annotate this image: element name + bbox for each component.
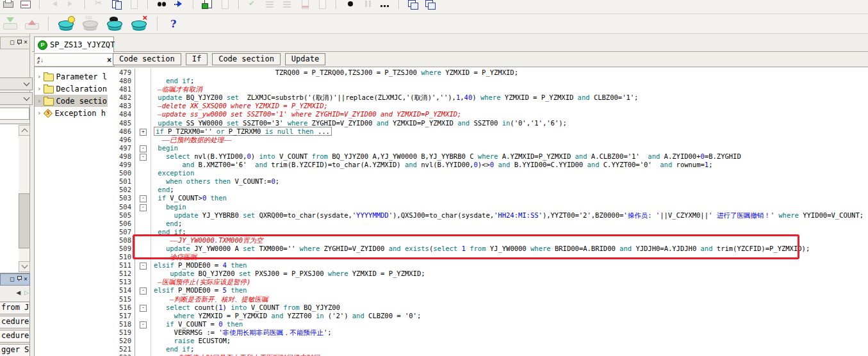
goto-icon[interactable] — [174, 0, 185, 10]
code-text[interactable]: begin — [151, 203, 186, 211]
breadcrumb-update[interactable]: Update — [285, 53, 325, 65]
code-text[interactable]: raise ECUSTOM; — [151, 337, 231, 345]
tab-sp-zs13-yjyzqt[interactable]: P SP_ZS13_YJYZQT — [34, 36, 114, 53]
chevron-right-icon[interactable]: › — [38, 97, 41, 104]
code-text[interactable]: update SS_YW0000 set SSZT00='3' where ZY… — [151, 119, 567, 127]
keyboard-icon[interactable] — [20, 0, 31, 10]
code-text[interactable]: when others then V_COUNT:=0; — [151, 177, 279, 186]
code-text[interactable]: —判断是否新开、核对、提敏医嘱 — [151, 295, 268, 303]
window-list-item-3[interactable]: cedure S — [0, 330, 30, 343]
chevron-right-icon[interactable]: › — [38, 73, 41, 80]
close-structure-icon[interactable]: × — [107, 56, 111, 64]
code-text[interactable]: 诊疗医嘱 — [151, 253, 197, 261]
code-text[interactable]: ——JY_YW0000.TXM000置为空 — [151, 236, 263, 245]
code-text[interactable]: ——已预约数据的处理—— — [151, 136, 232, 144]
code-text[interactable]: if V_COUNT = 0 then — [151, 320, 243, 328]
code-text[interactable]: —临嘱才有取消 — [151, 85, 202, 93]
pin-icon[interactable] — [17, 276, 21, 282]
window-list-item-4[interactable]: gger SD_ — [0, 344, 30, 356]
fold-column — [135, 93, 151, 102]
chevron-right-icon[interactable]: › — [38, 85, 41, 92]
help-icon[interactable]: ? — [170, 18, 176, 30]
pin-icon[interactable] — [17, 40, 21, 45]
stop-icon[interactable] — [131, 17, 149, 31]
breadcrumb-code-section[interactable]: Code section — [212, 53, 281, 65]
code-text[interactable]: select nvl(B.YYID00,0) into V_COUNT from… — [151, 152, 741, 161]
breadcrumb-if[interactable]: If — [186, 53, 208, 65]
print-icon[interactable] — [3, 0, 14, 10]
tree-item-parameter-l[interactable]: ›Parameter l — [35, 70, 108, 83]
fold-marker-icon[interactable]: - — [140, 287, 147, 295]
commit-icon — [3, 17, 18, 30]
code-text[interactable]: if P_TZRXM0='' or P_TZRXM0 is null then … — [151, 127, 332, 136]
code-text[interactable]: if V_COUNT>0 then — [151, 194, 227, 202]
new-window-icon[interactable] — [202, 0, 213, 10]
maximize-icon[interactable]: □ — [10, 276, 14, 282]
fold-marker-icon[interactable]: - — [140, 305, 147, 312]
window-list-item-1[interactable]: from JY — [0, 302, 30, 314]
window-new-icon[interactable] — [407, 0, 419, 10]
close-icon[interactable]: × — [24, 276, 28, 282]
dock-combo-1[interactable] — [0, 77, 33, 90]
pause-icon — [362, 0, 373, 10]
code-text[interactable]: elsif P_MODE00 = 4 then — [151, 261, 247, 270]
code-text[interactable]: —判断停止时间是否大于和大于医嘱时间提交时间 — [151, 353, 319, 356]
record-icon[interactable] — [345, 0, 356, 10]
breadcrumb-code-section[interactable]: Code section — [113, 53, 181, 65]
code-text[interactable]: —医嘱预停止(实际应该是暂停) — [151, 278, 250, 286]
code-text[interactable]: VERRMSG := '非使用长期非药医嘱，不能预停止'; — [151, 328, 332, 337]
code-text[interactable]: end if; — [151, 345, 194, 353]
find-icon[interactable] — [156, 0, 168, 10]
code-text[interactable]: end if; — [151, 77, 194, 85]
code-text[interactable]: where YZMXID = P_YZMXID and YZZT00 in ('… — [151, 312, 421, 320]
code-text[interactable]: end; — [151, 220, 182, 228]
code-text[interactable]: elsif P_MODE00 = 5 then — [151, 286, 247, 295]
fold-marker-icon[interactable]: - — [140, 204, 147, 211]
vertical-scrollbar[interactable] — [19, 125, 29, 272]
code-text[interactable]: select count(1) into V_COUNT from BQ_YJY… — [151, 303, 340, 312]
toolbar-separator — [336, 0, 337, 9]
code-text[interactable]: exception — [151, 169, 194, 177]
more-icon[interactable] — [379, 0, 391, 10]
fold-marker-icon[interactable]: - — [140, 321, 147, 328]
fold-marker-icon[interactable]: + — [140, 129, 147, 136]
code-text[interactable]: —delete XK_SXSQ00 where YZMXID = P_YZMXI… — [151, 102, 328, 110]
scroll-up-icon[interactable] — [19, 125, 30, 136]
code-text[interactable]: begin — [151, 144, 178, 152]
code-text[interactable]: update JY_YW0000 A set TXM000='' where Z… — [151, 245, 810, 253]
fold-marker-icon[interactable]: - — [140, 154, 147, 161]
code-editor[interactable]: 479 TZRQ00 = P_TZRQ00,TZSJ00 = P_TZSJ00 … — [108, 67, 868, 356]
code-text[interactable]: —update ss_yw0000 set SSZT00='1' where Z… — [151, 110, 461, 118]
fold-column — [135, 236, 151, 245]
maximize-icon[interactable]: □ — [10, 39, 14, 45]
code-text[interactable]: and B.XMZT00='6' and trim(B.YZCFID)=to_c… — [151, 161, 712, 169]
code-text[interactable]: end if; — [151, 228, 186, 236]
tree-item-code-sectio[interactable]: ›Code sectio — [35, 95, 108, 107]
dock-combo-2[interactable] — [0, 92, 33, 105]
sort-az-icon[interactable]: AZ — [37, 56, 40, 64]
scroll-down-icon[interactable] — [19, 261, 30, 272]
dock-text-input[interactable] — [0, 108, 29, 120]
close-icon[interactable]: × — [24, 39, 28, 45]
fold-marker-icon[interactable]: - — [140, 145, 147, 152]
debug-icon[interactable] — [106, 17, 124, 31]
code-text[interactable]: end; — [151, 186, 174, 194]
code-text[interactable]: update BQ_YJYZ00 set PXSJ00 = P_PXSJ00 w… — [151, 270, 425, 278]
collapsed-block[interactable]: if P_TZRXM0='' or P_TZRXM0 is null then … — [154, 127, 332, 136]
tree-item-exception-h[interactable]: ›Exception h — [35, 107, 108, 119]
next-arrow-icon[interactable]: ▷ — [24, 289, 29, 296]
tree-item-declaration[interactable]: ›Declaration — [35, 83, 108, 95]
chevron-right-icon[interactable]: › — [38, 109, 41, 117]
fold-marker-icon[interactable]: - — [140, 195, 147, 202]
test-icon[interactable] — [58, 17, 76, 31]
copy-icon[interactable] — [111, 0, 122, 10]
code-text[interactable]: TZRQ00 = P_TZRQ00,TZSJ00 = P_TZSJ00 wher… — [151, 69, 518, 77]
code-text[interactable]: update BQ_YJYZ00 set ZLXMJC=substrb('(取消… — [151, 93, 638, 102]
prev-arrow-icon[interactable]: ◀ — [16, 289, 20, 296]
fold-column: - — [135, 261, 151, 270]
fold-marker-icon[interactable]: - — [140, 263, 147, 270]
scrollbar-thumb[interactable] — [19, 193, 30, 248]
window-cascade-icon[interactable] — [425, 0, 436, 10]
window-list-item-2[interactable]: cedure S — [0, 316, 30, 328]
code-text[interactable]: update YJ_YYBRB0 set QXRQ00=to_char(sysd… — [151, 211, 864, 220]
